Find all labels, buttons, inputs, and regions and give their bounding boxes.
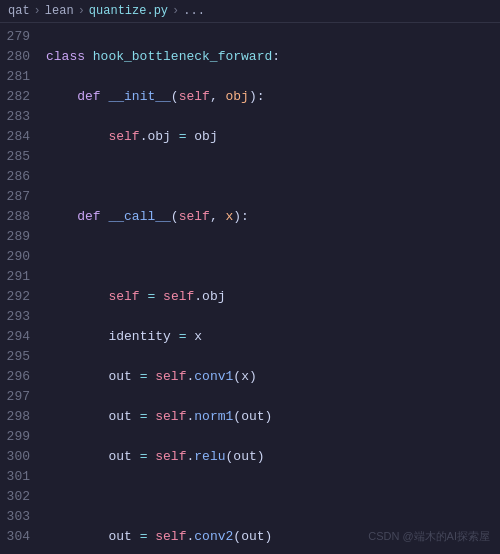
code-line: class hook_bottleneck_forward: (46, 47, 492, 67)
breadcrumb-file[interactable]: quantize.py (89, 4, 168, 18)
line-numbers: 279 280 281 282 283 284 285 286 287 288 … (0, 23, 42, 549)
code-line: def __call__(self, x): (46, 207, 492, 227)
code-content[interactable]: class hook_bottleneck_forward: def __ini… (42, 23, 500, 549)
breadcrumb-part[interactable]: lean (45, 4, 74, 18)
breadcrumb-separator: › (172, 4, 179, 18)
code-line (46, 487, 492, 507)
code-line (46, 167, 492, 187)
breadcrumb-separator: › (34, 4, 41, 18)
breadcrumb-dots: ... (183, 4, 205, 18)
code-line: def __init__(self, obj): (46, 87, 492, 107)
code-line: identity = x (46, 327, 492, 347)
code-line: out = self.relu(out) (46, 447, 492, 467)
code-line: self.obj = obj (46, 127, 492, 147)
breadcrumb-part[interactable]: qat (8, 4, 30, 18)
code-line: out = self.norm1(out) (46, 407, 492, 427)
breadcrumb-separator: › (78, 4, 85, 18)
code-line: out = self.conv1(x) (46, 367, 492, 387)
code-line: self = self.obj (46, 287, 492, 307)
watermark: CSDN @端木的AI探索屋 (368, 529, 490, 544)
code-area: 279 280 281 282 283 284 285 286 287 288 … (0, 23, 500, 549)
breadcrumb-bar: qat › lean › quantize.py › ... (0, 0, 500, 23)
code-line (46, 247, 492, 267)
